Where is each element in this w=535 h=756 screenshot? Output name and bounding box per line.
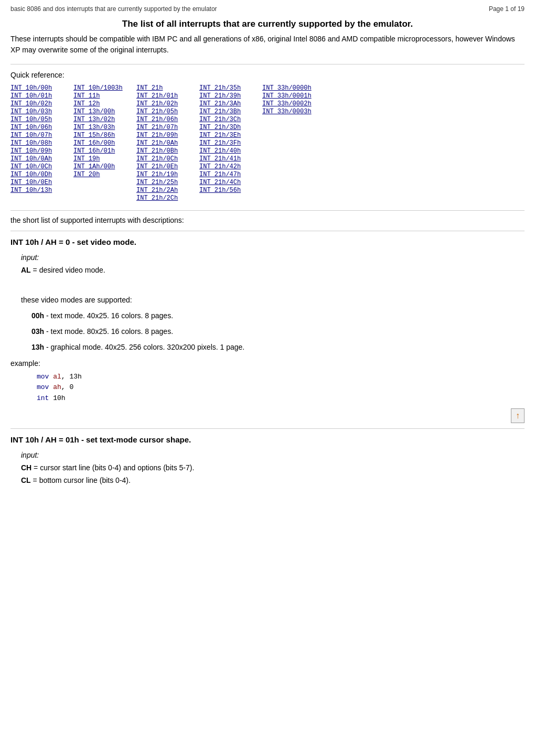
heading-bold-1: INT 10h / AH = 0 - set video mode. xyxy=(10,237,136,246)
quick-ref-link[interactable]: INT 19h xyxy=(73,155,131,163)
quick-ref-col-1: INT 10h/1003hINT 11hINT 12hINT 13h/00hIN… xyxy=(73,84,131,202)
quick-ref-link[interactable]: INT 21h/07h xyxy=(136,124,194,131)
quick-ref-link[interactable]: INT 21h/0Eh xyxy=(136,163,194,170)
quick-ref-link[interactable]: INT 10h/0Ah xyxy=(10,155,68,163)
quick-ref-link[interactable]: INT 21h/35h xyxy=(199,84,257,92)
intro-text: These interrupts should be compatible wi… xyxy=(10,34,525,56)
quick-ref-label: Quick reference: xyxy=(10,71,525,79)
quick-ref-link[interactable]: INT 21h/05h xyxy=(136,108,194,115)
quick-ref-link[interactable]: INT 21h/06h xyxy=(136,116,194,123)
quick-ref-grid: INT 10h/00hINT 10h/01hINT 10h/02hINT 10h… xyxy=(10,84,525,202)
quick-ref-link[interactable]: INT 13h/00h xyxy=(73,108,131,115)
quick-ref-link[interactable]: INT 21h/3Ah xyxy=(199,100,257,107)
section-body-2: input: CH = cursor start line (bits 0-4)… xyxy=(21,449,525,487)
quick-ref-link[interactable]: INT 21h/01h xyxy=(136,92,194,100)
quick-ref-link[interactable]: INT 33h/0000h xyxy=(262,84,320,92)
quick-ref-link[interactable]: INT 21h/3Ch xyxy=(199,116,257,123)
quick-ref-link[interactable]: INT 10h/08h xyxy=(10,139,68,147)
quick-ref-link[interactable]: INT 21h/0Ch xyxy=(136,155,194,163)
quick-ref-link[interactable]: INT 21h/3Eh xyxy=(199,132,257,139)
quick-ref-link[interactable]: INT 10h/06h xyxy=(10,124,68,131)
up-arrow-button[interactable]: ↑ xyxy=(511,408,525,423)
quick-ref-link[interactable]: INT 21h/56h xyxy=(199,187,257,194)
main-title: The list of all interrupts that are curr… xyxy=(10,19,525,29)
quick-ref-link[interactable]: INT 11h xyxy=(73,92,131,100)
quick-ref-link[interactable]: INT 21h/0Bh xyxy=(136,147,194,155)
header-left: basic 8086 and dos interrupts that are c… xyxy=(10,5,217,13)
divider-1 xyxy=(10,64,525,64)
quick-ref-link[interactable]: INT 10h/0Eh xyxy=(10,179,68,186)
quick-ref-link[interactable]: INT 21h/39h xyxy=(199,92,257,100)
quick-ref-link[interactable]: INT 21h/40h xyxy=(199,147,257,155)
quick-ref-link[interactable]: INT 16h/01h xyxy=(73,147,131,155)
quick-ref-link[interactable]: INT 21h/09h xyxy=(136,132,194,139)
quick-ref-col-3: INT 21h/35hINT 21h/39hINT 21h/3AhINT 21h… xyxy=(199,84,257,202)
divider-4 xyxy=(10,428,525,429)
quick-ref-link[interactable]: INT 21h/3Fh xyxy=(199,139,257,147)
quick-ref-link[interactable]: INT 33h/0001h xyxy=(262,92,320,100)
param-AL: AL = desired video mode. xyxy=(21,264,525,277)
input-label-2: input: xyxy=(21,449,525,462)
quick-ref-link[interactable]: INT 10h/02h xyxy=(10,100,68,107)
quick-ref-link[interactable]: INT 21h/3Dh xyxy=(199,124,257,131)
quick-ref-link[interactable]: INT 33h/0003h xyxy=(262,108,320,115)
section-heading-2: INT 10h / AH = 01h - set text-mode curso… xyxy=(10,435,525,444)
mode-00h: 00h - text mode. 40x25. 16 colors. 8 pag… xyxy=(31,310,525,322)
quick-ref-link[interactable]: INT 21h/19h xyxy=(136,171,194,178)
page-header: basic 8086 and dos interrupts that are c… xyxy=(10,5,525,13)
quick-ref-link[interactable]: INT 13h/03h xyxy=(73,124,131,131)
quick-ref-link[interactable]: INT 21h/41h xyxy=(199,155,257,163)
quick-ref-link[interactable]: INT 21h xyxy=(136,84,194,92)
quick-ref-link[interactable]: INT 10h/03h xyxy=(10,108,68,115)
short-list-text: the short list of supported interrupts w… xyxy=(10,216,525,224)
section-heading-1: INT 10h / AH = 0 - set video mode. xyxy=(10,237,525,246)
section-int10h-ah0: INT 10h / AH = 0 - set video mode. input… xyxy=(10,237,525,404)
quick-ref-col-4: INT 33h/0000hINT 33h/0001hINT 33h/0002hI… xyxy=(262,84,320,202)
quick-ref-link[interactable]: INT 10h/07h xyxy=(10,132,68,139)
param-CL: CL = bottom cursor line (bits 0-4). xyxy=(21,474,525,487)
quick-ref-link[interactable]: INT 33h/0002h xyxy=(262,100,320,107)
quick-ref-link[interactable]: INT 13h/02h xyxy=(73,116,131,123)
divider-2 xyxy=(10,210,525,211)
quick-ref-link[interactable]: INT 10h/0Ch xyxy=(10,163,68,170)
quick-ref-link[interactable]: INT 15h/86h xyxy=(73,132,131,139)
quick-ref-col-2: INT 21hINT 21h/01hINT 21h/02hINT 21h/05h… xyxy=(136,84,194,202)
quick-ref-link[interactable]: INT 10h/00h xyxy=(10,84,68,92)
quick-ref-link[interactable]: INT 10h/01h xyxy=(10,92,68,100)
example-label-1: example: xyxy=(10,359,525,368)
quick-ref-link[interactable]: INT 21h/2Ch xyxy=(136,195,194,202)
input-label-1: input: xyxy=(21,252,525,264)
quick-ref-link[interactable]: INT 21h/42h xyxy=(199,163,257,170)
section-int10h-ah01h: INT 10h / AH = 01h - set text-mode curso… xyxy=(10,435,525,487)
quick-ref-link[interactable]: INT 20h xyxy=(73,171,131,178)
code-line-3: int 10h xyxy=(37,393,525,404)
code-block-1: mov al, 13h mov ah, 0 int 10h xyxy=(37,372,525,404)
quick-ref-link[interactable]: INT 21h/0Ah xyxy=(136,139,194,147)
quick-ref-link[interactable]: INT 21h/2Ah xyxy=(136,187,194,194)
header-right: Page 1 of 19 xyxy=(489,5,525,13)
modes-label: these video modes are supported: xyxy=(21,294,525,307)
quick-ref-link[interactable]: INT 10h/13h xyxy=(10,187,68,194)
quick-ref-link[interactable]: INT 10h/05h xyxy=(10,116,68,123)
quick-ref-link[interactable]: INT 21h/25h xyxy=(136,179,194,186)
quick-ref-link[interactable]: INT 16h/00h xyxy=(73,139,131,147)
quick-ref-link[interactable]: INT 21h/47h xyxy=(199,171,257,178)
divider-3 xyxy=(10,231,525,231)
quick-ref-link[interactable]: INT 10h/09h xyxy=(10,147,68,155)
section-body-1: input: AL = desired video mode. these vi… xyxy=(21,252,525,354)
quick-ref-link[interactable]: INT 10h/0Dh xyxy=(10,171,68,178)
quick-ref-link[interactable]: INT 21h/3Bh xyxy=(199,108,257,115)
code-line-2: mov ah, 0 xyxy=(37,382,525,393)
param-CH: CH = cursor start line (bits 0-4) and op… xyxy=(21,462,525,474)
code-line-1: mov al, 13h xyxy=(37,372,525,383)
quick-ref-link[interactable]: INT 1Ah/00h xyxy=(73,163,131,170)
quick-ref-link[interactable]: INT 10h/1003h xyxy=(73,84,131,92)
section-1-footer: ↑ xyxy=(10,408,525,423)
mode-03h: 03h - text mode. 80x25. 16 colors. 8 pag… xyxy=(31,326,525,338)
quick-ref-col-0: INT 10h/00hINT 10h/01hINT 10h/02hINT 10h… xyxy=(10,84,68,202)
quick-ref-link[interactable]: INT 21h/4Ch xyxy=(199,179,257,186)
quick-ref-link[interactable]: INT 21h/02h xyxy=(136,100,194,107)
mode-13h: 13h - graphical mode. 40x25. 256 colors.… xyxy=(31,341,525,354)
quick-ref-link[interactable]: INT 12h xyxy=(73,100,131,107)
